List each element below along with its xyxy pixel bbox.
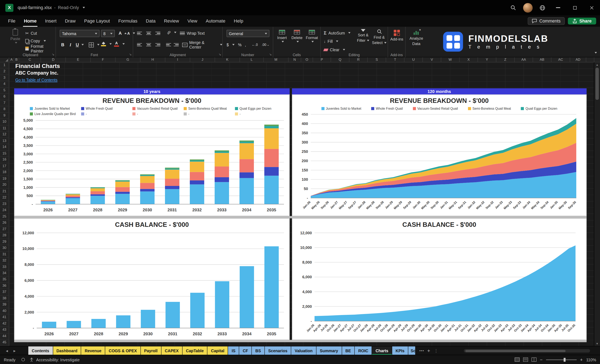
column-header-L[interactable]: L bbox=[240, 57, 264, 62]
row-header-16[interactable]: 16 bbox=[0, 157, 9, 163]
number-format-combo[interactable]: General bbox=[227, 30, 269, 37]
align-bottom-button[interactable] bbox=[155, 30, 160, 36]
menu-tab-page-layout[interactable]: Page Layout bbox=[80, 15, 114, 27]
decrease-indent-button[interactable] bbox=[166, 41, 171, 48]
delete-cells-button[interactable]: Delete bbox=[290, 30, 304, 42]
increase-decimal-button[interactable]: ←.0 bbox=[252, 41, 258, 48]
collapse-ribbon-button[interactable] bbox=[593, 48, 597, 55]
vertical-scrollbar[interactable]: ▲ ▼ bbox=[594, 62, 600, 346]
row-header-7[interactable]: 7 bbox=[0, 100, 9, 107]
row-header-28[interactable]: 28 bbox=[0, 232, 9, 239]
zoom-slider-thumb[interactable] bbox=[564, 358, 566, 362]
page-layout-view-button[interactable] bbox=[523, 357, 528, 362]
row-header-41[interactable]: 41 bbox=[0, 314, 9, 321]
zoom-level[interactable]: 110% bbox=[586, 357, 596, 362]
tab-bar-options-icon[interactable]: ⋮ bbox=[434, 348, 438, 353]
column-header-D[interactable]: D bbox=[41, 57, 66, 62]
sheet-tab-capex[interactable]: CAPEX bbox=[161, 346, 182, 355]
find-select-button[interactable]: Find & Select bbox=[372, 29, 387, 45]
row-header-19[interactable]: 19 bbox=[0, 176, 9, 182]
number-dialog-launcher[interactable]: ↘ bbox=[269, 53, 272, 56]
column-header-W[interactable]: W bbox=[441, 57, 459, 62]
autosum-button[interactable]: Σ AutoSum bbox=[324, 29, 351, 36]
sheet-tab-valuation[interactable]: Valuation bbox=[291, 346, 316, 355]
column-header-F[interactable]: F bbox=[91, 57, 116, 62]
sheet-tab-dashboard[interactable]: Dashboard bbox=[53, 346, 81, 355]
sheet-tab-captable[interactable]: CapTable bbox=[183, 346, 207, 355]
format-painter-button[interactable]: Format Painter bbox=[25, 45, 56, 52]
row-header-10[interactable]: 10 bbox=[0, 119, 9, 125]
comments-button[interactable]: Comments bbox=[528, 17, 565, 25]
decrease-decimal-button[interactable]: .00→ bbox=[262, 41, 270, 48]
column-header-S[interactable]: S bbox=[368, 57, 386, 62]
menu-tab-review[interactable]: Review bbox=[160, 15, 183, 27]
column-header-I[interactable]: I bbox=[165, 57, 190, 62]
sheet-tab-cogs-opex[interactable]: COGS & OPEX bbox=[105, 346, 140, 355]
bold-button[interactable]: B bbox=[60, 41, 66, 48]
column-header-Z[interactable]: Z bbox=[496, 57, 515, 62]
column-header-AA[interactable]: AA bbox=[515, 57, 533, 62]
align-left-button[interactable] bbox=[137, 41, 142, 48]
row-header-26[interactable]: 26 bbox=[0, 220, 9, 226]
new-sheet-button[interactable]: + bbox=[427, 348, 430, 354]
row-header-8[interactable]: 8 bbox=[0, 106, 9, 113]
column-header-R[interactable]: R bbox=[349, 57, 368, 62]
row-header-25[interactable]: 25 bbox=[0, 214, 9, 220]
chart-panel-revenue-annual[interactable]: REVENUE BREAKDOWN - $'000 Juveniles Sold… bbox=[14, 94, 290, 216]
row-header-4[interactable]: 4 bbox=[0, 81, 9, 88]
format-cells-button[interactable]: Format bbox=[305, 30, 319, 42]
clear-button[interactable]: Clear bbox=[324, 46, 345, 53]
align-center-button[interactable] bbox=[146, 41, 151, 48]
cut-button[interactable]: ✂ Cut bbox=[25, 30, 37, 36]
row-header-32[interactable]: 32 bbox=[0, 258, 9, 264]
share-button[interactable]: Share bbox=[568, 18, 596, 24]
column-header-Q[interactable]: Q bbox=[331, 57, 349, 62]
restore-button[interactable] bbox=[566, 0, 583, 15]
increase-indent-button[interactable] bbox=[174, 41, 179, 48]
menu-tab-help[interactable]: Help bbox=[229, 15, 247, 27]
next-sheet-button[interactable]: ▸ bbox=[11, 348, 19, 353]
more-sheets-button[interactable]: ••• bbox=[420, 349, 424, 353]
sheet-tab-capital[interactable]: Capital bbox=[207, 346, 228, 355]
sheet-tab-payroll[interactable]: Payroll bbox=[141, 346, 161, 355]
row-header-5[interactable]: 5 bbox=[0, 88, 9, 94]
orientation-button[interactable]: ab bbox=[167, 29, 176, 36]
column-header-B[interactable]: B bbox=[14, 57, 19, 62]
comma-style-button[interactable]: , bbox=[245, 41, 246, 48]
row-header-30[interactable]: 30 bbox=[0, 245, 9, 251]
grow-font-button[interactable]: A bbox=[117, 30, 127, 36]
column-header-T[interactable]: T bbox=[386, 57, 404, 62]
menu-tab-file[interactable]: File bbox=[4, 15, 20, 27]
sheet-tab-roic[interactable]: ROIC bbox=[355, 346, 372, 355]
page-break-view-button[interactable] bbox=[532, 357, 536, 362]
sheet-tab-cf[interactable]: CF bbox=[239, 346, 251, 355]
column-header-U[interactable]: U bbox=[404, 57, 423, 62]
column-header-A[interactable]: A bbox=[9, 57, 14, 62]
column-header-K[interactable]: K bbox=[215, 57, 240, 62]
macro-record-icon[interactable] bbox=[21, 358, 25, 361]
fill-color-button[interactable] bbox=[101, 40, 112, 47]
row-header-11[interactable]: 11 bbox=[0, 125, 9, 132]
column-header-AB[interactable]: AB bbox=[533, 57, 551, 62]
row-header-15[interactable]: 15 bbox=[0, 151, 9, 157]
menu-tab-insert[interactable]: Insert bbox=[41, 15, 61, 27]
row-header-24[interactable]: 24 bbox=[0, 207, 9, 214]
row-header-42[interactable]: 42 bbox=[0, 321, 9, 327]
column-header-P[interactable]: P bbox=[313, 57, 331, 62]
chart-panel-cash-annual[interactable]: CASH BALANCE - $'000 -2,0004,0006,0008,0… bbox=[14, 218, 290, 340]
row-header-9[interactable]: 9 bbox=[0, 113, 9, 119]
paste-button[interactable]: Paste bbox=[8, 29, 23, 44]
row-header-40[interactable]: 40 bbox=[0, 308, 9, 315]
row-header-35[interactable]: 35 bbox=[0, 277, 9, 283]
row-header-23[interactable]: 23 bbox=[0, 201, 9, 207]
row-header-21[interactable]: 21 bbox=[0, 188, 9, 195]
align-top-button[interactable] bbox=[137, 30, 142, 36]
insert-cells-button[interactable]: Insert bbox=[275, 30, 289, 42]
vertical-scroll-thumb[interactable] bbox=[595, 68, 599, 100]
close-button[interactable] bbox=[583, 0, 600, 15]
row-header-3[interactable]: 3 bbox=[0, 75, 9, 82]
column-header-N[interactable]: N bbox=[288, 57, 301, 62]
sheet-tab-bs[interactable]: BS bbox=[252, 346, 264, 355]
row-header-14[interactable]: 14 bbox=[0, 144, 9, 151]
zoom-slider[interactable] bbox=[546, 359, 577, 360]
